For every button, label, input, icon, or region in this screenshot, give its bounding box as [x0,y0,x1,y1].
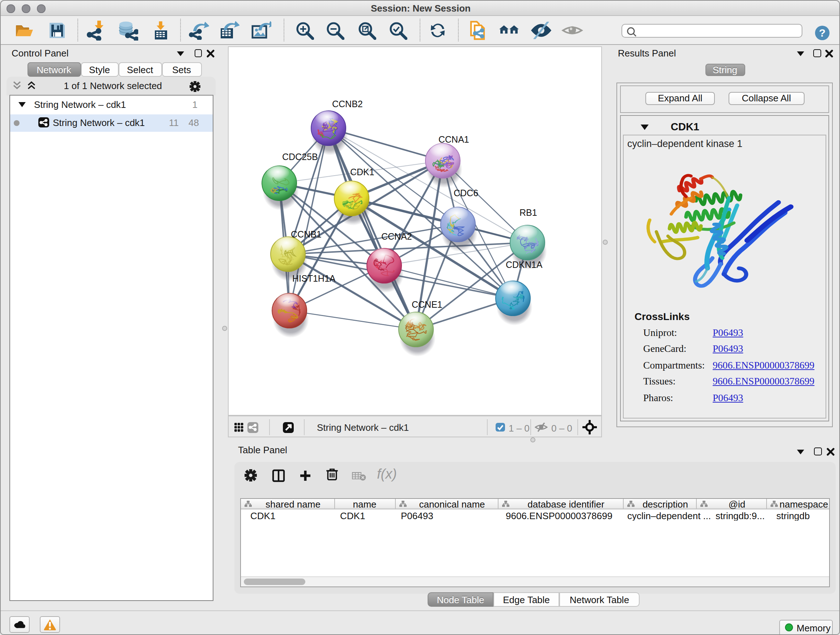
svg-text:CDC6: CDC6 [454,187,478,198]
svg-text:CCNA2: CCNA2 [381,231,412,241]
svg-text:CDK1: CDK1 [350,166,374,177]
svg-text:CCNB2: CCNB2 [332,98,363,109]
svg-text:CCNB1: CCNB1 [291,229,322,239]
svg-text:CCNE1: CCNE1 [412,299,442,309]
svg-text:CDKN1A: CDKN1A [506,259,543,269]
svg-text:?: ? [819,27,825,38]
svg-text:CDC25B: CDC25B [282,151,318,162]
svg-text:RB1: RB1 [519,207,537,217]
svg-text:HIST1H1A: HIST1H1A [292,273,336,283]
svg-text:CCNA1: CCNA1 [439,134,469,144]
